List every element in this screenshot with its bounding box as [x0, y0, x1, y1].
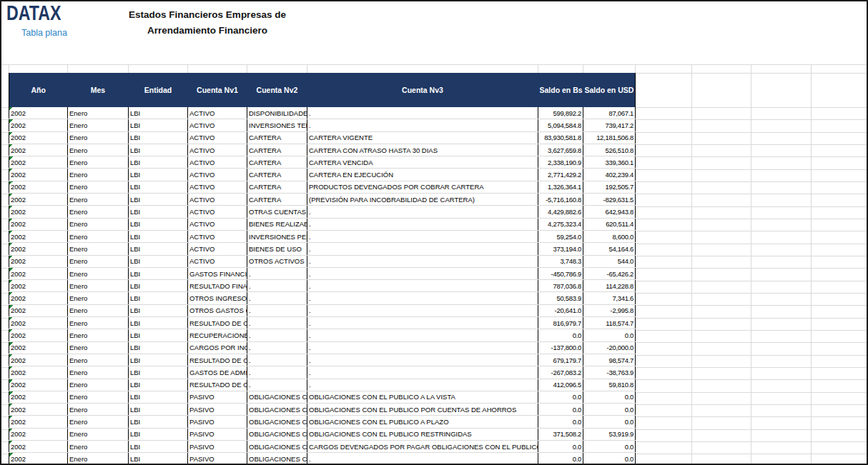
cuenta-nv1-cell[interactable]: ACTIVO [188, 169, 247, 181]
cuenta-nv2-cell[interactable]: OTROS ACTIVOS [247, 255, 307, 267]
entity-cell[interactable]: LBI [129, 379, 188, 391]
cuenta-nv1-cell[interactable]: ACTIVO [188, 107, 247, 119]
month-cell[interactable]: Enero [68, 218, 129, 230]
saldo-bs-cell[interactable]: 59,254.0 [538, 230, 583, 242]
entity-cell[interactable]: LBI [129, 206, 188, 218]
saldo-bs-cell[interactable]: 679,179.7 [538, 354, 583, 366]
saldo-bs-cell[interactable]: 0.0 [538, 404, 583, 416]
col-header-cuenta-nv1[interactable]: Cuenta Nv1 [188, 73, 247, 107]
cuenta-nv2-cell[interactable]: OBLIGACIONES CO [247, 428, 307, 440]
saldo-usd-cell[interactable]: 642,943.8 [583, 206, 636, 218]
saldo-usd-cell[interactable]: 192,505.7 [583, 181, 636, 193]
year-cell[interactable]: 2002 [9, 379, 68, 391]
year-cell[interactable]: 2002 [9, 131, 68, 144]
cuenta-nv3-cell[interactable]: . [307, 280, 538, 292]
cuenta-nv1-cell[interactable]: ACTIVO [188, 131, 247, 144]
cuenta-nv1-cell[interactable]: GASTOS FINANCIER [188, 267, 247, 279]
month-cell[interactable]: Enero [68, 304, 129, 316]
saldo-usd-cell[interactable]: 7,341.6 [583, 292, 636, 304]
month-cell[interactable]: Enero [68, 267, 129, 279]
cuenta-nv2-cell[interactable]: . [247, 379, 307, 391]
saldo-bs-cell[interactable]: -137,800.0 [538, 341, 583, 354]
col-header-cuenta-nv3[interactable]: Cuenta Nv3 [307, 73, 538, 107]
month-cell[interactable]: Enero [68, 379, 129, 391]
col-header-ano[interactable]: Año [9, 73, 68, 107]
cuenta-nv1-cell[interactable]: ACTIVO [188, 255, 247, 267]
month-cell[interactable]: Enero [68, 391, 129, 403]
entity-cell[interactable]: LBI [129, 255, 188, 267]
saldo-usd-cell[interactable]: 118,574.7 [583, 317, 636, 329]
entity-cell[interactable]: LBI [129, 194, 188, 206]
year-cell[interactable]: 2002 [9, 329, 68, 341]
saldo-bs-cell[interactable]: 4,429,882.6 [538, 206, 583, 218]
entity-cell[interactable]: LBI [129, 354, 188, 366]
month-cell[interactable]: Enero [68, 317, 129, 329]
year-cell[interactable]: 2002 [9, 354, 68, 366]
entity-cell[interactable]: LBI [129, 292, 188, 304]
month-cell[interactable]: Enero [68, 144, 129, 156]
cuenta-nv3-cell[interactable]: OBLIGACIONES CON EL PUBLICO POR CUENTAS … [307, 404, 538, 416]
month-cell[interactable]: Enero [68, 206, 129, 218]
cuenta-nv3-cell[interactable]: . [307, 243, 538, 255]
cuenta-nv2-cell[interactable]: BIENES DE USO [247, 243, 307, 255]
saldo-bs-cell[interactable]: 2,771,429.2 [538, 169, 583, 181]
cuenta-nv3-cell[interactable]: OBLIGACIONES CON EL PUBLICO A LA VISTA [307, 391, 538, 403]
cuenta-nv1-cell[interactable]: OTROS GASTOS OP [188, 304, 247, 316]
cuenta-nv2-cell[interactable]: . [247, 341, 307, 354]
cuenta-nv3-cell[interactable]: (PREVISIÓN PARA INCOBRABILIDAD DE CARTER… [307, 194, 538, 206]
entity-cell[interactable]: LBI [129, 304, 188, 316]
month-cell[interactable]: Enero [68, 255, 129, 267]
cuenta-nv3-cell[interactable]: PRODUCTOS DEVENGADOS POR COBRAR CARTERA [307, 181, 538, 193]
cuenta-nv1-cell[interactable]: PASIVO [188, 391, 247, 403]
cuenta-nv1-cell[interactable]: PASIVO [188, 404, 247, 416]
saldo-bs-cell[interactable]: 0.0 [538, 329, 583, 341]
entity-cell[interactable]: LBI [129, 317, 188, 329]
year-cell[interactable]: 2002 [9, 416, 68, 428]
month-cell[interactable]: Enero [68, 169, 129, 181]
year-cell[interactable]: 2002 [9, 206, 68, 218]
saldo-bs-cell[interactable]: 3,627,659.8 [538, 144, 583, 156]
saldo-usd-cell[interactable]: 0.0 [583, 329, 636, 341]
saldo-usd-cell[interactable]: -829,631.5 [583, 194, 636, 206]
year-cell[interactable]: 2002 [9, 107, 68, 119]
saldo-usd-cell[interactable]: -20,000.0 [583, 341, 636, 354]
cuenta-nv2-cell[interactable]: INVERSIONES PERM [247, 230, 307, 242]
entity-cell[interactable]: LBI [129, 329, 188, 341]
cuenta-nv1-cell[interactable]: CARGOS POR INCO [188, 341, 247, 354]
year-cell[interactable]: 2002 [9, 144, 68, 156]
cuenta-nv3-cell[interactable]: CARTERA VENCIDA [307, 156, 538, 169]
saldo-bs-cell[interactable]: -5,716,160.8 [538, 194, 583, 206]
cuenta-nv3-cell[interactable]: CARTERA VIGENTE [307, 131, 538, 144]
cuenta-nv3-cell[interactable]: . [307, 366, 538, 379]
saldo-usd-cell[interactable]: 59,810.8 [583, 379, 636, 391]
cuenta-nv2-cell[interactable]: CARTERA [247, 181, 307, 193]
saldo-bs-cell[interactable]: -20,641.0 [538, 304, 583, 316]
cuenta-nv2-cell[interactable]: . [247, 329, 307, 341]
saldo-usd-cell[interactable]: 0.0 [583, 441, 636, 453]
cuenta-nv3-cell[interactable]: . [307, 230, 538, 242]
cuenta-nv3-cell[interactable]: . [307, 354, 538, 366]
cuenta-nv2-cell[interactable]: CARTERA [247, 169, 307, 181]
year-cell[interactable]: 2002 [9, 341, 68, 354]
entity-cell[interactable]: LBI [129, 181, 188, 193]
entity-cell[interactable]: LBI [129, 391, 188, 403]
entity-cell[interactable]: LBI [129, 156, 188, 169]
saldo-usd-cell[interactable]: 12,181,506.8 [583, 131, 636, 144]
month-cell[interactable]: Enero [68, 280, 129, 292]
year-cell[interactable]: 2002 [9, 218, 68, 230]
cuenta-nv2-cell[interactable]: CARTERA [247, 194, 307, 206]
saldo-bs-cell[interactable]: 0.0 [538, 441, 583, 453]
year-cell[interactable]: 2002 [9, 194, 68, 206]
saldo-usd-cell[interactable]: 87,067.1 [583, 107, 636, 119]
cuenta-nv3-cell[interactable]: . [307, 206, 538, 218]
saldo-usd-cell[interactable]: 526,510.8 [583, 144, 636, 156]
entity-cell[interactable]: LBI [129, 230, 188, 242]
entity-cell[interactable]: LBI [129, 428, 188, 440]
cuenta-nv1-cell[interactable]: RESULTADO DE OPE [188, 317, 247, 329]
cuenta-nv2-cell[interactable]: CARTERA [247, 144, 307, 156]
month-cell[interactable]: Enero [68, 194, 129, 206]
year-cell[interactable]: 2002 [9, 255, 68, 267]
month-cell[interactable]: Enero [68, 354, 129, 366]
entity-cell[interactable]: LBI [129, 404, 188, 416]
cuenta-nv1-cell[interactable]: PASIVO [188, 428, 247, 440]
